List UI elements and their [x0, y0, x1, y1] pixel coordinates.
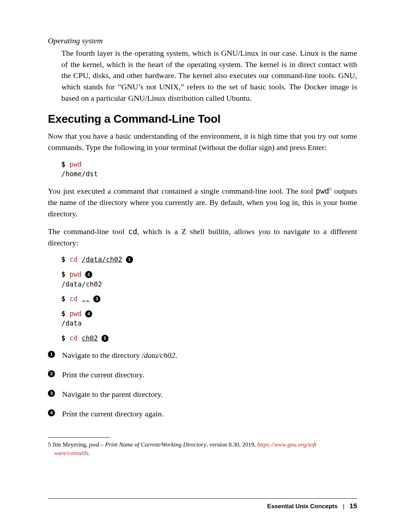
shell-prompt: $ [61, 295, 70, 303]
shell-prompt: $ [61, 270, 70, 278]
callout-number: 1 [48, 351, 55, 358]
paragraph: The command-line tool cd, which is a Z s… [48, 226, 357, 249]
text-run: You just executed a command that contain… [48, 187, 316, 195]
shell-command: cd [70, 334, 82, 342]
text-run: . [89, 450, 90, 456]
dl-term: Operating system [48, 35, 357, 46]
footer-separator: | [343, 503, 344, 510]
shell-prompt: $ [61, 310, 70, 317]
shell-argument: ch02 [82, 334, 98, 342]
footnote-rule [48, 437, 110, 438]
footnote-link[interactable]: https://www.gnu.org/soft [257, 441, 316, 448]
callout-badge: 2 [85, 271, 92, 278]
path-italic: /data/ch02 [142, 351, 175, 360]
callout-number: 3 [48, 390, 55, 397]
shell-argument: /data/ch02 [82, 255, 122, 263]
paragraph: Now that you have a basic understanding … [48, 131, 357, 153]
shell-output: /home/dst [61, 169, 357, 179]
shell-command: cd [70, 255, 82, 263]
shell-prompt: $ [61, 334, 70, 342]
text-run: , version 8.30, 2019, [206, 441, 257, 448]
shell-argument: .. [82, 295, 90, 303]
shell-prompt: $ [61, 160, 70, 168]
footnote-link[interactable]: ware/coreutils [54, 450, 89, 456]
inline-code: pwd [316, 187, 329, 195]
inline-code: cd [128, 227, 137, 236]
text-run: . [175, 351, 177, 360]
shell-command: pwd [70, 160, 82, 168]
page-footer: Essential Unix Concepts | 15 [48, 498, 357, 510]
shell-command: pwd [70, 310, 82, 317]
footer-section-title: Essential Unix Concepts [267, 503, 338, 510]
callout-item: 1Navigate to the directory /data/ch02. [48, 349, 357, 361]
text-run: Navigate to the parent directory. [62, 390, 163, 399]
callout-item: 4Print the current directory again. [48, 408, 357, 420]
dl-definition: The fourth layer is the operating system… [61, 48, 357, 104]
text-run: The command-line tool [48, 227, 128, 236]
text-run: Jim Meyering, [51, 441, 89, 448]
text-run: Print the current directory. [62, 370, 144, 379]
page-number: 15 [350, 502, 357, 510]
code-block: $ cd /data/ch021$ pwd2/data/ch02$ cd ..3… [61, 255, 357, 343]
callout-list: 1Navigate to the directory /data/ch02. 2… [48, 349, 357, 420]
page: Operating system The fourth layer is the… [0, 0, 405, 532]
callout-badge: 5 [101, 335, 109, 342]
code-block: $ pwd/home/dst [61, 160, 357, 179]
callout-badge: 1 [126, 256, 133, 263]
shell-output: /data [61, 318, 357, 328]
text-run: Navigate to the directory [62, 351, 142, 360]
text-run: Print the current directory again. [62, 409, 164, 418]
paragraph: You just executed a command that contain… [48, 185, 357, 220]
shell-command: pwd [70, 270, 82, 278]
callout-badge: 3 [93, 295, 100, 303]
footnote-number: 5 [48, 441, 51, 448]
definition-list-item: Operating system The fourth layer is the… [48, 35, 357, 104]
callout-number: 2 [48, 370, 55, 377]
callout-number: 4 [48, 409, 55, 416]
callout-item: 3Navigate to the parent directory. [48, 388, 357, 400]
footnote: 5 Jim Meyering, pwd – Print Name of Curr… [48, 440, 357, 458]
footnote-title: pwd – Print Name of Current/Working Dire… [89, 441, 206, 448]
section-heading: Executing a Command-Line Tool [48, 112, 357, 126]
shell-output: /data/ch02 [61, 279, 357, 289]
shell-command: cd [70, 295, 82, 303]
callout-badge: 4 [85, 310, 92, 317]
callout-item: 2Print the current directory. [48, 369, 357, 381]
shell-prompt: $ [61, 255, 70, 263]
